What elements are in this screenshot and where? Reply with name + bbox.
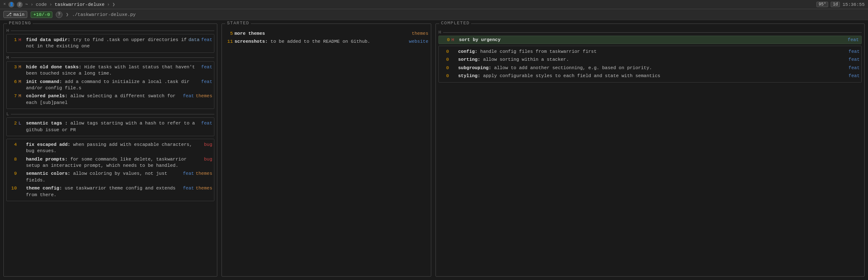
no-priority-container: 4 fix escaped add: when passing add with…: [6, 139, 214, 201]
top-bar-left: × 👤 2 ~ › code › taskwarrior-deluxe › ❯: [3, 2, 813, 8]
branch-name: main: [13, 12, 24, 17]
priority-empty: [451, 57, 456, 63]
top-bar-right: 95° 1d 15:36:55: [816, 2, 865, 7]
task-id: 7: [8, 93, 17, 99]
task-description: sorting: allow sorting within a stacker.: [458, 57, 847, 63]
temp-display: 95°: [816, 2, 828, 7]
task-description: hide old done tasks: Hide tasks with las…: [26, 64, 200, 77]
task-description: semantic tags : allow tags starting with…: [26, 120, 200, 133]
tag-data: data: [188, 37, 199, 43]
task-tags: feat: [849, 65, 860, 71]
main-content: PENDING H 1 H find data updir: try to fi…: [0, 20, 868, 280]
priority-badge: M: [18, 93, 24, 99]
tag-feat: feat: [849, 57, 860, 63]
diff-badge: +10/-0: [31, 11, 52, 18]
h-tasks-container: 1 H find data updir: try to find .task o…: [6, 34, 214, 53]
priority-badge: M: [18, 79, 24, 85]
completed-title: COMPLETED: [439, 21, 471, 26]
table-row: 11 screenshots: to be added to the READM…: [224, 38, 428, 46]
priority-empty: [18, 171, 24, 177]
tag-themes: themes: [195, 185, 212, 192]
task-description: init command: add a command to initializ…: [26, 79, 200, 92]
top-bar: × 👤 2 ~ › code › taskwarrior-deluxe › ❯ …: [0, 0, 868, 9]
task-tags: data feat: [188, 37, 212, 43]
task-id: 0: [441, 73, 449, 79]
file-path: ./taskwarrior-deluxe.py: [72, 12, 136, 17]
priority-badge: M: [18, 64, 24, 70]
task-description: screenshots: to be added to the README o…: [235, 39, 407, 45]
code-folder[interactable]: code: [36, 2, 47, 7]
clock-display: 15:36:55: [842, 2, 865, 7]
tag-feat: feat: [201, 79, 212, 85]
completed-panel: COMPLETED H 0 H sort by urgency feat 0: [435, 23, 865, 277]
table-row: 1 H find data updir: try to find .task o…: [8, 36, 212, 51]
task-id: 2: [8, 120, 17, 127]
table-row: 0 H sort by urgency feat: [441, 37, 859, 42]
table-row: 0 config: handle config files from taskw…: [441, 48, 860, 56]
task-description: colored panels: allow selecting a differ…: [26, 93, 181, 106]
pending-panel: PENDING H 1 H find data updir: try to fi…: [3, 23, 217, 277]
task-tags: bug: [204, 142, 212, 148]
task-tags: feat: [848, 37, 859, 42]
repo-name[interactable]: taskwarrior-deluxe: [55, 2, 104, 7]
task-tags: feat: [849, 49, 860, 55]
priority-badge: L: [18, 120, 24, 127]
task-description: subgrouping: allow to add another sectio…: [458, 65, 847, 71]
priority-m-label: M: [6, 55, 214, 60]
tilde-path: ~: [25, 2, 28, 7]
task-description: find data updir: try to find .task on up…: [26, 37, 187, 50]
task-description: semantic colors: allow coloring by value…: [26, 171, 181, 184]
prompt-arrow: ❯: [66, 12, 69, 17]
l-tasks-container: 2 L semantic tags : allow tags starting …: [6, 117, 214, 136]
tag-feat: feat: [849, 73, 860, 79]
priority-empty: [18, 156, 24, 163]
table-row: 2 L semantic tags : allow tags starting …: [8, 119, 212, 134]
tag-themes: themes: [412, 31, 428, 37]
path-separator2: ›: [107, 2, 110, 7]
table-row: 0 sorting: allow sorting within a stacke…: [441, 56, 860, 64]
completed-h-label: H: [438, 30, 862, 35]
branch-icon: ⎇: [6, 12, 12, 17]
tag-feat: feat: [849, 49, 860, 55]
path-separator: ›: [50, 2, 52, 7]
counter-badge: 2: [17, 2, 23, 8]
tag-bug: bug: [204, 156, 212, 163]
task-tags: website: [409, 39, 428, 45]
tag-feat: feat: [201, 120, 212, 127]
tag-feat: feat: [848, 37, 859, 42]
table-row: 9 semantic colors: allow coloring by val…: [8, 170, 212, 184]
priority-empty: [451, 65, 456, 71]
help-button[interactable]: ?: [56, 11, 63, 18]
started-panel: STARTED 5 more themes themes 11 screensh…: [222, 23, 431, 277]
user-icon: 👤: [8, 2, 14, 8]
tag-website: website: [409, 39, 428, 45]
git-branch[interactable]: ⎇ main: [3, 11, 27, 18]
task-tags: feat: [201, 79, 212, 85]
task-id: 3: [8, 64, 17, 70]
task-tags: feat: [849, 57, 860, 63]
tag-feat: feat: [183, 93, 194, 99]
task-id: 0: [441, 49, 449, 55]
table-row: 8 handle prompts: for some commands like…: [8, 156, 212, 170]
completed-tasks-container: 0 config: handle config files from taskw…: [438, 46, 862, 83]
task-id: 4: [8, 142, 17, 148]
task-description: fix escaped add: when passing add with e…: [26, 142, 202, 155]
tag-bug: bug: [204, 142, 212, 148]
table-row: 3 M hide old done tasks: Hide tasks with…: [8, 63, 212, 78]
priority-empty: [451, 73, 456, 79]
task-id: 0: [441, 65, 449, 71]
task-tags: feat themes: [183, 171, 212, 177]
task-description: styling: apply configurable styles to ea…: [458, 73, 847, 79]
table-row: 4 fix escaped add: when passing add with…: [8, 141, 212, 156]
task-tags: feat themes: [183, 185, 212, 192]
tag-feat: feat: [201, 37, 212, 43]
task-description: handle prompts: for some commands like d…: [26, 156, 202, 169]
tag-themes: themes: [195, 171, 212, 177]
terminal-angle: ❯: [112, 2, 115, 7]
task-id: 11: [224, 39, 233, 45]
task-id: 5: [224, 31, 233, 37]
task-tags: feat: [849, 73, 860, 79]
status-bar: ⎇ main +10/-0 ? ❯ ./taskwarrior-deluxe.p…: [0, 9, 868, 20]
table-row: 5 more themes themes: [224, 30, 428, 38]
close-icon[interactable]: ×: [3, 2, 6, 7]
